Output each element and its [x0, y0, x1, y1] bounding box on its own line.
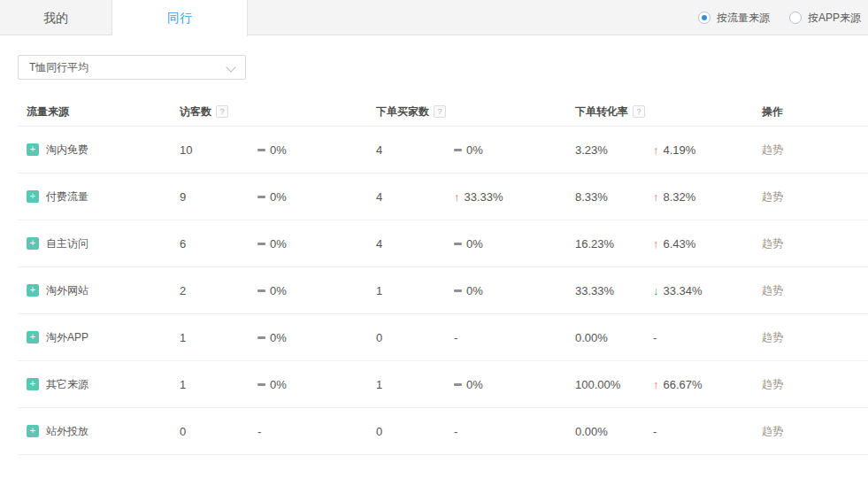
- trend-link[interactable]: 趋势: [762, 330, 783, 345]
- conversion-change-value: 6.43%: [664, 237, 696, 251]
- buyers-change-value: -: [454, 425, 457, 438]
- flat-dash-icon: [257, 383, 265, 386]
- conversion-change-value: 66.67%: [664, 378, 703, 391]
- conversion-value: 0.00%: [575, 331, 608, 344]
- flat-dash-icon: [257, 149, 265, 151]
- visitors-value: 0: [180, 425, 186, 438]
- conversion-change-cell: ↑ ↓ 33.34%: [653, 284, 762, 297]
- visitors-change-value: 0%: [270, 331, 287, 344]
- buyers-value: 0: [376, 425, 382, 438]
- tab-mine-label: 我的: [43, 11, 68, 25]
- tab-mine[interactable]: 我的: [0, 0, 112, 35]
- flat-dash-icon: [257, 196, 265, 198]
- expand-plus-icon[interactable]: +: [27, 190, 39, 203]
- source-cell: + 站外投放: [18, 424, 180, 439]
- action-cell: 趋势: [762, 424, 868, 439]
- visitors-value: 1: [180, 331, 186, 344]
- visitors-cell: 0: [180, 425, 257, 438]
- expand-plus-icon[interactable]: +: [27, 284, 39, 297]
- conversion-value: 16.23%: [575, 237, 614, 251]
- up-arrow-icon: ↑: [653, 238, 659, 250]
- conversion-change-cell: ↑ ↓ 4.19%: [653, 143, 762, 157]
- radio-unselected-icon: [789, 12, 802, 24]
- source-cell: + 其它来源: [18, 377, 180, 392]
- trend-link[interactable]: 趋势: [762, 189, 783, 204]
- radio-selected-icon: [698, 12, 711, 24]
- source-label: 淘内免费: [46, 143, 88, 158]
- conversion-change-value: -: [653, 425, 657, 438]
- conversion-cell: 33.33%: [575, 284, 653, 297]
- visitors-change-value: 0%: [270, 284, 287, 297]
- visitors-change-value: 0%: [270, 378, 287, 391]
- conversion-change-value: 8.32%: [664, 190, 696, 204]
- buyers-value: 1: [376, 284, 382, 297]
- source-label: 淘外网站: [46, 283, 88, 298]
- visitors-value: 2: [180, 284, 186, 297]
- visitors-change-value: 0%: [270, 237, 287, 251]
- flat-dash-icon: [454, 149, 462, 151]
- expand-plus-icon[interactable]: +: [27, 143, 39, 156]
- radio-by-app-source[interactable]: 按APP来源: [789, 11, 861, 26]
- visitors-cell: 2: [180, 284, 257, 297]
- visitors-cell: 10: [180, 143, 257, 157]
- visitors-cell: 9: [180, 190, 257, 204]
- source-label: 站外投放: [46, 424, 88, 439]
- source-label: 其它来源: [46, 377, 88, 392]
- action-cell: 趋势: [762, 283, 868, 298]
- conversion-change-cell: ↑ ↓ 8.32%: [653, 190, 762, 204]
- source-label: 自主访问: [46, 236, 88, 251]
- conversion-cell: 16.23%: [575, 237, 653, 251]
- expand-plus-icon[interactable]: +: [27, 237, 39, 250]
- help-icon[interactable]: ?: [434, 105, 446, 118]
- radio-by-traffic-source[interactable]: 按流量来源: [698, 11, 770, 26]
- header-actions: 操作: [762, 104, 868, 120]
- trend-link[interactable]: 趋势: [762, 143, 783, 158]
- action-cell: 趋势: [762, 377, 868, 392]
- source-cell: + 淘外APP: [18, 330, 180, 345]
- buyers-value: 4: [376, 190, 382, 204]
- expand-plus-icon[interactable]: +: [27, 378, 39, 390]
- conversion-change-cell: ↑ ↓ 66.67%: [653, 378, 762, 391]
- visitors-cell: 6: [180, 237, 257, 251]
- tab-bar: 我的 同行 按流量来源 按APP来源: [0, 0, 868, 35]
- trend-link[interactable]: 趋势: [762, 377, 783, 392]
- conversion-value: 100.00%: [575, 378, 620, 391]
- header-order-buyers-label: 下单买家数: [376, 104, 429, 120]
- buyers-value: 0: [376, 331, 382, 344]
- radio-by-traffic-source-label: 按流量来源: [717, 11, 770, 26]
- tab-peers[interactable]: 同行: [112, 0, 248, 36]
- help-icon[interactable]: ?: [633, 105, 645, 118]
- trend-link[interactable]: 趋势: [762, 236, 783, 251]
- header-conversion-rate-label: 下单转化率: [575, 104, 628, 120]
- action-cell: 趋势: [762, 143, 868, 158]
- expand-plus-icon[interactable]: +: [27, 331, 39, 343]
- action-cell: 趋势: [762, 330, 868, 345]
- visitors-value: 10: [180, 143, 192, 157]
- trend-link[interactable]: 趋势: [762, 424, 783, 439]
- conversion-cell: 100.00%: [575, 378, 653, 391]
- buyers-cell: 4: [376, 190, 454, 204]
- flat-dash-icon: [257, 243, 265, 245]
- flat-dash-icon: [257, 336, 265, 339]
- help-icon[interactable]: ?: [216, 105, 228, 118]
- conversion-value: 33.33%: [575, 284, 614, 297]
- table-row: + 淘外APP 1 ↑ ↓ 0% 0 ↑ ↓ - 0.00% ↑ ↓ -: [18, 314, 868, 361]
- peer-average-select[interactable]: T恤同行平均: [18, 55, 246, 80]
- conversion-value: 8.33%: [575, 190, 608, 204]
- up-arrow-icon: ↑: [454, 191, 460, 203]
- expand-plus-icon[interactable]: +: [27, 425, 39, 437]
- header-traffic-source: 流量来源: [18, 104, 180, 120]
- visitors-change-cell: ↑ ↓ -: [257, 425, 376, 438]
- conversion-change-cell: ↑ ↓ -: [653, 331, 762, 344]
- conversion-value: 0.00%: [575, 425, 608, 438]
- buyers-change-value: 0%: [466, 237, 483, 251]
- trend-link[interactable]: 趋势: [762, 283, 783, 298]
- flat-dash-icon: [454, 289, 462, 292]
- buyers-cell: 0: [376, 425, 454, 438]
- buyers-change-value: 0%: [466, 378, 483, 391]
- buyers-change-cell: ↑ ↓ 0%: [454, 143, 575, 157]
- visitors-value: 9: [180, 190, 186, 204]
- up-arrow-icon: ↑: [653, 379, 659, 390]
- conversion-cell: 3.23%: [575, 143, 653, 157]
- table-row: + 淘内免费 10 ↑ ↓ 0% 4 ↑ ↓ 0% 3.23% ↑ ↓ 4.19…: [18, 127, 868, 174]
